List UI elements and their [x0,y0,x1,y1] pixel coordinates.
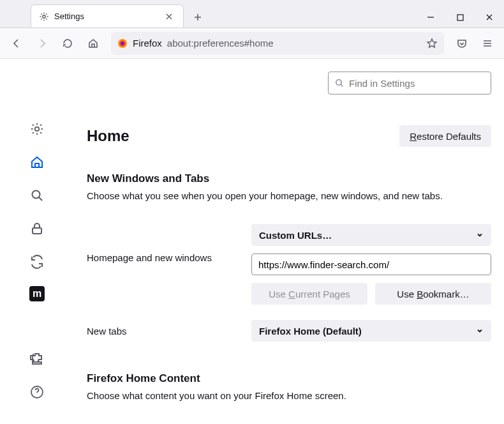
menu-button[interactable] [476,32,499,55]
chevron-down-icon [476,327,484,335]
newtabs-dropdown[interactable]: Firefox Home (Default) [251,320,491,342]
new-tab-button[interactable] [188,7,208,27]
chevron-down-icon [476,231,484,239]
section-new-windows-title: New Windows and Tabs [87,172,491,185]
bookmark-star-icon[interactable] [426,38,438,49]
back-button[interactable] [5,32,28,55]
svg-point-9 [336,80,341,85]
forward-button [31,32,54,55]
sidebar-sync-icon[interactable] [28,253,46,271]
content-area: m Home Restore Defaults New Windows and … [0,59,504,424]
gear-icon [39,11,49,22]
nav-toolbar: Firefox about:preferences#home [0,28,504,59]
section-firefox-home-desc: Choose what content you want on your Fir… [87,390,491,401]
svg-rect-1 [457,15,463,20]
url-bar[interactable]: Firefox about:preferences#home [111,32,444,55]
sidebar-home-icon[interactable] [28,153,46,171]
svg-rect-7 [33,228,41,234]
tab-title: Settings [54,11,158,21]
svg-point-4 [121,42,124,45]
sidebar-more-mozilla-icon[interactable]: m [29,286,45,301]
page-title: Home [87,127,130,145]
svg-point-5 [35,127,39,131]
sidebar-search-icon[interactable] [28,186,46,204]
minimize-button[interactable] [416,7,445,27]
sidebar-privacy-icon[interactable] [28,220,46,238]
settings-main: Home Restore Defaults New Windows and Ta… [74,59,504,424]
sidebar-general-icon[interactable] [28,120,46,138]
svg-point-0 [43,15,45,17]
settings-sidebar: m [0,59,74,424]
sidebar-extensions-icon[interactable] [28,350,46,368]
homepage-url-input[interactable] [251,254,491,275]
browser-tab[interactable]: Settings [31,4,184,27]
dropdown-value: Custom URLs… [259,230,332,241]
homepage-mode-dropdown[interactable]: Custom URLs… [251,224,491,246]
use-bookmark-button[interactable]: Use Bookmark… [375,283,491,305]
newtabs-label: New tabs [87,326,251,337]
sidebar-help-icon[interactable] [28,383,46,401]
url-path: about:preferences#home [167,38,274,49]
homepage-label: Homepage and new windows [87,224,251,263]
maximize-button[interactable] [445,7,475,27]
titlebar: Settings [0,0,504,28]
dropdown-value: Firefox Home (Default) [259,326,362,337]
search-icon [335,79,344,87]
section-firefox-home-title: Firefox Home Content [87,372,491,385]
home-button[interactable] [82,32,105,55]
close-icon[interactable] [163,10,175,23]
close-window-button[interactable] [475,7,504,27]
pocket-button[interactable] [450,32,473,55]
reload-button[interactable] [56,32,79,55]
search-input[interactable] [349,78,484,89]
restore-defaults-button[interactable]: Restore Defaults [399,125,491,147]
section-new-windows-desc: Choose what you see when you open your h… [87,190,491,201]
firefox-icon [117,38,128,49]
url-prefix: Firefox [133,38,162,49]
find-in-settings[interactable] [328,72,491,95]
svg-point-6 [33,191,40,199]
use-current-pages-button[interactable]: Use Current Pages [251,283,367,305]
window-controls [416,7,504,27]
